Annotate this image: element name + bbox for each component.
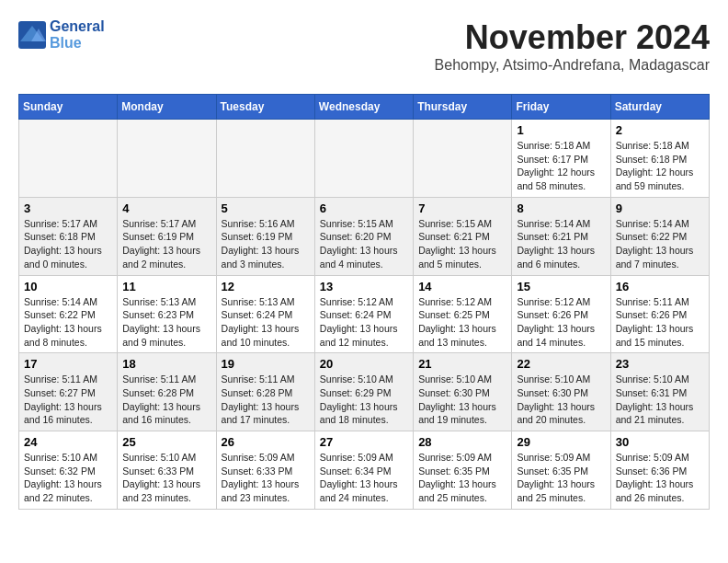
calendar-cell: 11Sunrise: 5:13 AM Sunset: 6:23 PM Dayli… — [118, 275, 216, 353]
calendar-cell: 25Sunrise: 5:10 AM Sunset: 6:33 PM Dayli… — [118, 431, 216, 510]
location-title: Behompy, Atsimo-Andrefana, Madagascar — [435, 57, 710, 74]
calendar-cell: 27Sunrise: 5:09 AM Sunset: 6:34 PM Dayli… — [314, 431, 413, 510]
day-info: Sunrise: 5:11 AM Sunset: 6:27 PM Dayligh… — [24, 373, 112, 427]
day-info: Sunrise: 5:17 AM Sunset: 6:19 PM Dayligh… — [122, 217, 210, 271]
day-info: Sunrise: 5:09 AM Sunset: 6:35 PM Dayligh… — [517, 451, 605, 505]
calendar-week-row: 17Sunrise: 5:11 AM Sunset: 6:27 PM Dayli… — [19, 353, 710, 431]
calendar-cell: 19Sunrise: 5:11 AM Sunset: 6:28 PM Dayli… — [216, 353, 314, 431]
day-number: 13 — [320, 280, 408, 293]
day-number: 17 — [24, 357, 112, 371]
day-info: Sunrise: 5:10 AM Sunset: 6:29 PM Dayligh… — [320, 373, 408, 427]
day-number: 21 — [418, 357, 506, 371]
day-info: Sunrise: 5:09 AM Sunset: 6:34 PM Dayligh… — [320, 451, 408, 505]
day-info: Sunrise: 5:10 AM Sunset: 6:30 PM Dayligh… — [418, 373, 506, 427]
day-info: Sunrise: 5:09 AM Sunset: 6:35 PM Dayligh… — [418, 451, 506, 505]
calendar-cell: 14Sunrise: 5:12 AM Sunset: 6:25 PM Dayli… — [414, 275, 512, 353]
day-number: 18 — [122, 357, 210, 371]
calendar-cell: 20Sunrise: 5:10 AM Sunset: 6:29 PM Dayli… — [314, 353, 413, 431]
calendar-cell: 5Sunrise: 5:16 AM Sunset: 6:19 PM Daylig… — [216, 197, 314, 275]
day-number: 7 — [418, 201, 506, 215]
day-number: 23 — [616, 357, 704, 371]
calendar-cell: 8Sunrise: 5:14 AM Sunset: 6:21 PM Daylig… — [512, 197, 610, 275]
logo-line2: Blue — [50, 35, 105, 52]
day-info: Sunrise: 5:15 AM Sunset: 6:20 PM Dayligh… — [320, 217, 408, 271]
day-number: 24 — [24, 435, 112, 449]
day-number: 20 — [320, 357, 408, 371]
calendar-cell: 17Sunrise: 5:11 AM Sunset: 6:27 PM Dayli… — [19, 353, 118, 431]
logo: General Blue — [18, 18, 105, 51]
calendar-table: SundayMondayTuesdayWednesdayThursdayFrid… — [18, 94, 710, 510]
weekday-header-wednesday: Wednesday — [314, 95, 413, 120]
weekday-header-monday: Monday — [118, 95, 216, 120]
day-info: Sunrise: 5:11 AM Sunset: 6:28 PM Dayligh… — [222, 373, 310, 427]
day-info: Sunrise: 5:12 AM Sunset: 6:24 PM Dayligh… — [320, 295, 408, 350]
day-info: Sunrise: 5:11 AM Sunset: 6:28 PM Dayligh… — [122, 373, 210, 427]
day-number: 11 — [122, 280, 210, 293]
calendar-cell: 23Sunrise: 5:10 AM Sunset: 6:31 PM Dayli… — [610, 353, 709, 431]
calendar-cell: 1Sunrise: 5:18 AM Sunset: 6:17 PM Daylig… — [512, 120, 610, 198]
calendar-cell: 26Sunrise: 5:09 AM Sunset: 6:33 PM Dayli… — [216, 431, 314, 510]
month-title: November 2024 — [435, 18, 710, 57]
day-number: 14 — [418, 280, 506, 293]
day-number: 15 — [517, 280, 605, 293]
calendar-cell: 3Sunrise: 5:17 AM Sunset: 6:18 PM Daylig… — [19, 197, 118, 275]
calendar-cell — [414, 120, 512, 198]
calendar-cell: 12Sunrise: 5:13 AM Sunset: 6:24 PM Dayli… — [216, 275, 314, 353]
day-number: 3 — [24, 201, 112, 215]
calendar-week-row: 1Sunrise: 5:18 AM Sunset: 6:17 PM Daylig… — [19, 120, 710, 198]
day-info: Sunrise: 5:18 AM Sunset: 6:17 PM Dayligh… — [517, 139, 605, 193]
day-info: Sunrise: 5:13 AM Sunset: 6:23 PM Dayligh… — [122, 295, 210, 350]
calendar-cell: 24Sunrise: 5:10 AM Sunset: 6:32 PM Dayli… — [19, 431, 118, 510]
calendar-cell — [216, 120, 314, 198]
day-number: 2 — [616, 123, 704, 137]
day-info: Sunrise: 5:10 AM Sunset: 6:30 PM Dayligh… — [517, 373, 605, 427]
weekday-header-row: SundayMondayTuesdayWednesdayThursdayFrid… — [19, 95, 710, 120]
day-number: 5 — [222, 201, 310, 215]
calendar-week-row: 3Sunrise: 5:17 AM Sunset: 6:18 PM Daylig… — [19, 197, 710, 275]
day-info: Sunrise: 5:14 AM Sunset: 6:22 PM Dayligh… — [24, 295, 112, 350]
day-info: Sunrise: 5:14 AM Sunset: 6:21 PM Dayligh… — [517, 217, 605, 271]
day-number: 22 — [517, 357, 605, 371]
calendar-week-row: 24Sunrise: 5:10 AM Sunset: 6:32 PM Dayli… — [19, 431, 710, 510]
day-number: 9 — [616, 201, 704, 215]
calendar-cell: 4Sunrise: 5:17 AM Sunset: 6:19 PM Daylig… — [118, 197, 216, 275]
day-info: Sunrise: 5:09 AM Sunset: 6:33 PM Dayligh… — [222, 451, 310, 505]
day-info: Sunrise: 5:17 AM Sunset: 6:18 PM Dayligh… — [24, 217, 112, 271]
weekday-header-friday: Friday — [512, 95, 610, 120]
calendar-cell: 2Sunrise: 5:18 AM Sunset: 6:18 PM Daylig… — [610, 120, 709, 198]
day-number: 19 — [222, 357, 310, 371]
calendar-cell: 16Sunrise: 5:11 AM Sunset: 6:26 PM Dayli… — [610, 275, 709, 353]
calendar-cell — [314, 120, 413, 198]
calendar-cell: 6Sunrise: 5:15 AM Sunset: 6:20 PM Daylig… — [314, 197, 413, 275]
day-info: Sunrise: 5:14 AM Sunset: 6:22 PM Dayligh… — [616, 217, 704, 271]
calendar-cell: 29Sunrise: 5:09 AM Sunset: 6:35 PM Dayli… — [512, 431, 610, 510]
day-number: 25 — [122, 435, 210, 449]
calendar-cell: 30Sunrise: 5:09 AM Sunset: 6:36 PM Dayli… — [610, 431, 709, 510]
day-number: 1 — [517, 123, 605, 137]
day-info: Sunrise: 5:12 AM Sunset: 6:25 PM Dayligh… — [418, 295, 506, 350]
calendar-cell: 13Sunrise: 5:12 AM Sunset: 6:24 PM Dayli… — [314, 275, 413, 353]
day-info: Sunrise: 5:10 AM Sunset: 6:31 PM Dayligh… — [616, 373, 704, 427]
calendar-cell: 7Sunrise: 5:15 AM Sunset: 6:21 PM Daylig… — [414, 197, 512, 275]
calendar-cell: 21Sunrise: 5:10 AM Sunset: 6:30 PM Dayli… — [414, 353, 512, 431]
calendar-cell — [19, 120, 118, 198]
calendar-cell — [118, 120, 216, 198]
calendar-cell: 9Sunrise: 5:14 AM Sunset: 6:22 PM Daylig… — [610, 197, 709, 275]
day-number: 10 — [24, 280, 112, 293]
calendar-week-row: 10Sunrise: 5:14 AM Sunset: 6:22 PM Dayli… — [19, 275, 710, 353]
day-info: Sunrise: 5:09 AM Sunset: 6:36 PM Dayligh… — [616, 451, 704, 505]
weekday-header-saturday: Saturday — [610, 95, 709, 120]
calendar-cell: 15Sunrise: 5:12 AM Sunset: 6:26 PM Dayli… — [512, 275, 610, 353]
day-number: 16 — [616, 280, 704, 293]
weekday-header-thursday: Thursday — [414, 95, 512, 120]
logo-line1: General — [50, 18, 105, 35]
weekday-header-sunday: Sunday — [19, 95, 118, 120]
day-info: Sunrise: 5:15 AM Sunset: 6:21 PM Dayligh… — [418, 217, 506, 271]
weekday-header-tuesday: Tuesday — [216, 95, 314, 120]
day-info: Sunrise: 5:10 AM Sunset: 6:32 PM Dayligh… — [24, 451, 112, 505]
calendar-cell: 18Sunrise: 5:11 AM Sunset: 6:28 PM Dayli… — [118, 353, 216, 431]
day-number: 26 — [222, 435, 310, 449]
day-info: Sunrise: 5:11 AM Sunset: 6:26 PM Dayligh… — [616, 295, 704, 350]
day-info: Sunrise: 5:18 AM Sunset: 6:18 PM Dayligh… — [616, 139, 704, 193]
calendar-cell: 28Sunrise: 5:09 AM Sunset: 6:35 PM Dayli… — [414, 431, 512, 510]
